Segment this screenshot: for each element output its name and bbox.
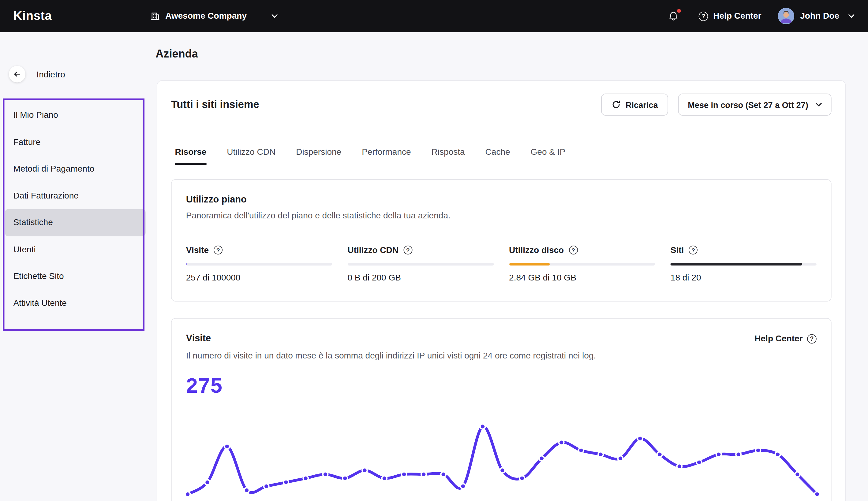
metric-label: Utilizzo CDN bbox=[347, 245, 398, 255]
visits-panel: Visite Help Center ? Il numero di visite… bbox=[171, 318, 832, 501]
help-tooltip-icon[interactable]: ? bbox=[404, 246, 412, 255]
topbar: Kinsta Awesome Company bbox=[0, 0, 868, 32]
metric-label: Utilizzo disco bbox=[509, 245, 564, 255]
metric-head: Utilizzo disco ? bbox=[509, 245, 655, 255]
tab-dispersione[interactable]: Dispersione bbox=[296, 147, 341, 165]
sidebar-item-attivita-utente[interactable]: Attività Utente bbox=[5, 290, 145, 317]
user-name: John Doe bbox=[800, 11, 839, 21]
visits-line-chart bbox=[186, 415, 819, 501]
progress-track bbox=[509, 263, 655, 266]
progress-track bbox=[186, 263, 332, 266]
metric-value: 2.84 GB di 10 GB bbox=[509, 273, 655, 283]
visits-title: Visite bbox=[186, 333, 211, 344]
metric-head: Utilizzo CDN ? bbox=[347, 245, 493, 255]
kinsta-logo[interactable]: Kinsta bbox=[13, 9, 52, 23]
notification-dot bbox=[677, 9, 681, 13]
metric-visite: Visite ? 257 di 100000 bbox=[186, 245, 332, 283]
tab-performance[interactable]: Performance bbox=[362, 147, 411, 165]
back-button[interactable] bbox=[9, 66, 25, 82]
plan-usage-subtitle: Panoramica dell'utilizzo del piano e del… bbox=[186, 211, 817, 221]
help-tooltip-icon[interactable]: ? bbox=[213, 246, 222, 255]
reload-button[interactable]: Ricarica bbox=[601, 94, 668, 116]
back-label[interactable]: Indietro bbox=[36, 70, 65, 80]
help-tooltip-icon[interactable]: ? bbox=[569, 246, 578, 255]
metric-utilizzo-disco: Utilizzo disco ? 2.84 GB di 10 GB bbox=[509, 245, 655, 283]
date-range-label: Mese in corso (Set 27 a Ott 27) bbox=[688, 100, 808, 109]
date-range-dropdown[interactable]: Mese in corso (Set 27 a Ott 27) bbox=[678, 94, 831, 116]
topbar-actions: ? Help Center John Doe bbox=[668, 8, 855, 24]
progress-track bbox=[671, 263, 817, 266]
metric-head: Visite ? bbox=[186, 245, 332, 255]
help-center-button[interactable]: ? Help Center bbox=[699, 11, 761, 21]
visits-description: Il numero di visite in un dato mese è la… bbox=[186, 351, 817, 361]
reload-label: Ricarica bbox=[626, 100, 658, 109]
stats-tabs: Risorse Utilizzo CDN Dispersione Perform… bbox=[171, 147, 832, 165]
section-title: Tutti i siti insieme bbox=[171, 98, 259, 111]
chevron-down-icon bbox=[271, 14, 278, 18]
sidebar-item-statistiche[interactable]: Statistiche bbox=[5, 209, 145, 236]
tab-cache[interactable]: Cache bbox=[485, 147, 510, 165]
metric-value: 0 B di 200 GB bbox=[347, 273, 493, 283]
visits-help-center-link[interactable]: Help Center ? bbox=[754, 334, 817, 344]
chevron-down-icon bbox=[815, 103, 822, 107]
help-center-label: Help Center bbox=[713, 11, 761, 21]
card-header: Tutti i siti insieme Ricarica Mese in co… bbox=[171, 94, 832, 116]
arrow-left-icon bbox=[13, 70, 22, 78]
tab-risposta[interactable]: Risposta bbox=[431, 147, 465, 165]
sidebar-item-il-mio-piano[interactable]: Il Mio Piano bbox=[5, 102, 145, 129]
metric-value: 18 di 20 bbox=[671, 273, 817, 283]
company-selector[interactable]: Awesome Company bbox=[150, 11, 278, 21]
chevron-down-icon bbox=[848, 14, 855, 18]
sidebar-item-utenti[interactable]: Utenti bbox=[5, 236, 145, 263]
company-name: Awesome Company bbox=[165, 11, 247, 21]
sidebar-item-metodi-di-pagamento[interactable]: Metodi di Pagamento bbox=[5, 156, 145, 182]
mykinsta-app: Kinsta Awesome Company bbox=[0, 0, 868, 501]
tab-risorse[interactable]: Risorse bbox=[175, 147, 207, 165]
progress-track bbox=[347, 263, 493, 266]
plan-usage-metrics: Visite ? 257 di 100000 Utilizzo CDN ? 0 … bbox=[186, 245, 817, 283]
plan-usage-panel: Utilizzo piano Panoramica dell'utilizzo … bbox=[171, 179, 832, 301]
company-building-icon bbox=[150, 11, 160, 21]
sidebar-item-fatture[interactable]: Fatture bbox=[5, 129, 145, 156]
plan-usage-title: Utilizzo piano bbox=[186, 194, 817, 205]
progress-fill bbox=[671, 263, 802, 266]
metric-siti: Siti ? 18 di 20 bbox=[671, 245, 817, 283]
visits-header: Visite Help Center ? bbox=[186, 333, 817, 344]
metric-label: Visite bbox=[186, 245, 209, 255]
page-title: Azienda bbox=[156, 48, 198, 61]
sidebar-menu: Il Mio Piano Fatture Metodi di Pagamento… bbox=[5, 102, 145, 317]
refresh-icon bbox=[612, 100, 621, 109]
tab-utilizzo-cdn[interactable]: Utilizzo CDN bbox=[227, 147, 275, 165]
company-stats-card: Tutti i siti insieme Ricarica Mese in co… bbox=[157, 80, 846, 501]
metric-head: Siti ? bbox=[671, 245, 817, 255]
tab-geo-ip[interactable]: Geo & IP bbox=[531, 147, 566, 165]
help-icon: ? bbox=[699, 11, 708, 21]
progress-fill bbox=[509, 263, 550, 266]
notifications-button[interactable] bbox=[668, 10, 679, 21]
visits-total: 275 bbox=[186, 373, 817, 398]
progress-fill bbox=[186, 263, 187, 266]
avatar bbox=[778, 8, 795, 24]
help-icon: ? bbox=[807, 334, 817, 343]
help-center-label: Help Center bbox=[754, 334, 803, 344]
sidebar-item-dati-fatturazione[interactable]: Dati Fatturazione bbox=[5, 182, 145, 209]
header-actions: Ricarica Mese in corso (Set 27 a Ott 27) bbox=[601, 94, 831, 116]
metric-label: Siti bbox=[671, 245, 684, 255]
user-menu[interactable]: John Doe bbox=[778, 8, 855, 24]
help-tooltip-icon[interactable]: ? bbox=[689, 246, 698, 255]
metric-value: 257 di 100000 bbox=[186, 273, 332, 283]
sidebar-item-etichette-sito[interactable]: Etichette Sito bbox=[5, 263, 145, 290]
metric-utilizzo-cdn: Utilizzo CDN ? 0 B di 200 GB bbox=[347, 245, 493, 283]
